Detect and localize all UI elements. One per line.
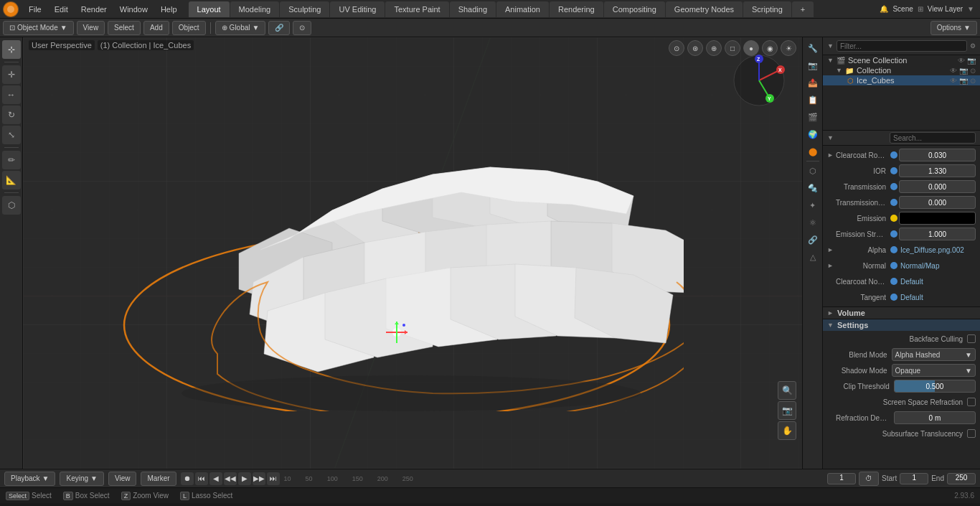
tab-scripting[interactable]: Scripting xyxy=(743,1,791,17)
prop-link-tangent[interactable]: Default xyxy=(899,294,976,301)
transport-reverse[interactable]: ◀◀ xyxy=(224,472,237,485)
menu-file[interactable]: File xyxy=(23,4,47,15)
prop-icon-world[interactable]: 🌍 xyxy=(805,126,821,142)
prop-dropdown-blend-mode[interactable]: Alpha Hashed ▼ xyxy=(892,348,976,361)
menu-render[interactable]: Render xyxy=(75,4,113,15)
collection-camera-icon[interactable]: 📷 xyxy=(959,67,968,75)
add-menu[interactable]: Add xyxy=(143,21,169,35)
current-frame-input[interactable]: 1 xyxy=(827,473,856,484)
prop-checkbox-backface[interactable] xyxy=(967,334,976,343)
viewport-overlay-btn[interactable]: ⊛ xyxy=(687,40,703,56)
prop-checkbox-ssr[interactable] xyxy=(967,398,976,406)
viewport-shading-mat[interactable]: ◉ xyxy=(762,40,778,56)
mode-selector[interactable]: ⊡ Object Mode ▼ xyxy=(3,21,74,35)
prop-expand-settings[interactable]: ▼ xyxy=(827,322,834,329)
prop-icon-object-data[interactable]: △ xyxy=(805,249,821,265)
prop-icon-modifiers[interactable]: 🔩 xyxy=(805,180,821,196)
prop-icon-scene2[interactable]: 🎬 xyxy=(805,109,821,125)
viewport-axis-gizmo[interactable]: X Y Z xyxy=(730,52,788,109)
tool-scale[interactable]: ⤡ xyxy=(2,126,21,144)
nav-hand[interactable]: ✋ xyxy=(778,421,796,440)
collection-render-icon[interactable]: ⊙ xyxy=(970,67,976,75)
tab-animation[interactable]: Animation xyxy=(496,1,549,17)
tool-measure[interactable]: 📐 xyxy=(2,171,21,189)
snap-toggle[interactable]: 🔗 xyxy=(268,21,290,35)
nav-zoom-extent[interactable]: 🔍 xyxy=(778,381,796,400)
tool-annotate[interactable]: ✏ xyxy=(2,151,21,169)
tool-rotate[interactable]: ↻ xyxy=(2,106,21,124)
tab-layout[interactable]: Layout xyxy=(189,1,230,17)
tool-add-primitive[interactable]: ⬡ xyxy=(2,196,21,215)
prop-icon-output[interactable]: 📤 xyxy=(805,75,821,90)
prop-icon-particles[interactable]: ✦ xyxy=(805,197,821,213)
prop-icon-constraints[interactable]: 🔗 xyxy=(805,232,821,248)
transport-next[interactable]: ▶▶ xyxy=(253,472,265,485)
prop-section-settings-header[interactable]: ▼ Settings xyxy=(823,319,980,331)
box-select-key[interactable]: B xyxy=(63,492,73,500)
scene-camera-icon[interactable]: 📷 xyxy=(967,57,976,65)
tool-cursor[interactable]: ✛ xyxy=(2,65,21,84)
tab-rendering[interactable]: Rendering xyxy=(550,1,603,17)
ice-render-icon[interactable]: ⊙ xyxy=(970,77,976,85)
tool-select[interactable]: ⊹ xyxy=(2,40,21,59)
outliner-item-scene-collection[interactable]: ▼ 🎬 Scene Collection 👁 📷 xyxy=(823,55,980,65)
outliner-item-ice-cubes[interactable]: ⬡ Ice_Cubes 👁 📷 ⊙ xyxy=(823,75,980,85)
timeline-view-menu[interactable]: View xyxy=(108,472,137,486)
prop-section-volume-header[interactable]: ► Volume xyxy=(823,306,980,319)
prop-socket-transmission[interactable] xyxy=(890,183,897,190)
viewport-shading-solid[interactable]: ● xyxy=(743,40,759,56)
transport-prev[interactable]: ◀ xyxy=(209,472,222,485)
timeline-marker-menu[interactable]: Marker xyxy=(141,472,176,486)
prop-socket-ior[interactable] xyxy=(890,167,897,174)
timeline-keying-menu[interactable]: Keying ▼ xyxy=(60,472,103,486)
prop-bar-clip-threshold[interactable]: 0.500 xyxy=(894,380,976,393)
timeline-ruler[interactable]: 10 50 100 150 200 250 xyxy=(284,469,823,487)
prop-icon-scene[interactable]: 🔧 xyxy=(805,40,821,56)
blender-logo-icon[interactable] xyxy=(3,1,19,17)
lasso-select-key[interactable]: L xyxy=(180,492,189,500)
nav-camera[interactable]: 📷 xyxy=(778,401,796,420)
tab-texture-paint[interactable]: Texture Paint xyxy=(385,1,448,17)
viewport-3d[interactable]: User Perspective (1) Collection | Ice_Cu… xyxy=(23,37,802,469)
tab-modeling[interactable]: Modeling xyxy=(230,1,280,17)
prop-socket-alpha[interactable] xyxy=(890,246,897,253)
prop-dropdown-shadow-mode[interactable]: Opaque ▼ xyxy=(892,364,976,377)
viewport-display-btn[interactable]: ⊙ xyxy=(669,40,684,56)
select-key[interactable]: Select xyxy=(6,492,29,500)
prop-expand-clearcoat[interactable]: ► xyxy=(827,151,834,159)
viewport-shading-wire[interactable]: □ xyxy=(725,40,740,56)
proportional-edit[interactable]: ⊙ xyxy=(293,21,311,35)
tab-sculpting[interactable]: Sculpting xyxy=(280,1,329,17)
transport-end[interactable]: ⏭ xyxy=(267,472,280,485)
prop-socket-clearcoat-normal[interactable] xyxy=(890,278,897,285)
tab-compositing[interactable]: Compositing xyxy=(604,1,665,17)
scene-name[interactable]: Scene xyxy=(892,5,913,13)
prop-value-refraction-depth[interactable]: 0 m xyxy=(894,411,976,424)
prop-value-emission[interactable] xyxy=(899,212,976,225)
menu-window[interactable]: Window xyxy=(114,4,154,15)
menu-edit[interactable]: Edit xyxy=(49,4,74,15)
transform-mode[interactable]: ⊕ Global ▼ xyxy=(215,21,266,35)
object-menu[interactable]: Object xyxy=(172,21,206,35)
prop-link-clearcoat-normal[interactable]: Default xyxy=(899,278,976,286)
prop-link-normal[interactable]: Normal/Map xyxy=(899,262,976,270)
prop-socket-clearcoat[interactable] xyxy=(890,151,897,159)
ice-camera-icon[interactable]: 📷 xyxy=(959,77,968,85)
collection-eye-icon[interactable]: 👁 xyxy=(950,67,957,75)
scene-eye-icon[interactable]: 👁 xyxy=(958,57,965,65)
zoom-view-key[interactable]: Z xyxy=(121,492,131,500)
viewport-gizmo-btn[interactable]: ⊕ xyxy=(706,40,722,56)
filter-icon[interactable]: ▼ xyxy=(967,5,974,13)
prop-icon-view-layer[interactable]: 📋 xyxy=(805,92,821,108)
prop-checkbox-sst[interactable] xyxy=(967,429,976,438)
view-menu[interactable]: Object Mode View xyxy=(77,21,105,35)
prop-icon-render[interactable]: 📷 xyxy=(805,57,821,73)
outliner-item-collection[interactable]: ▼ 📁 Collection 👁 📷 ⊙ xyxy=(823,65,980,75)
prop-expand-normal[interactable]: ► xyxy=(827,262,834,269)
outliner-filter-icon[interactable]: ▼ xyxy=(827,42,834,50)
timeline-playback-menu[interactable]: Playback ▼ xyxy=(4,472,55,486)
select-menu[interactable]: Select xyxy=(108,21,141,35)
prop-icon-physics[interactable]: ⚛ xyxy=(805,215,821,230)
prop-link-alpha[interactable]: Ice_Diffuse.png.002 xyxy=(899,246,976,254)
prop-expand-alpha[interactable]: ► xyxy=(827,246,834,253)
